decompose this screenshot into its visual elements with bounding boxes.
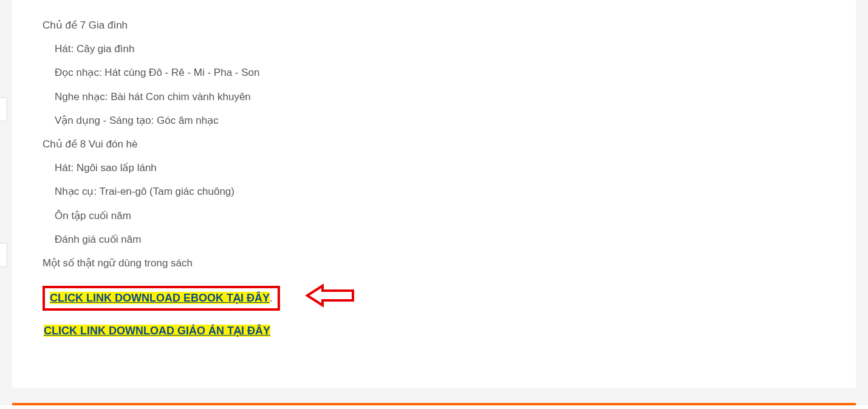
- download-ebook-link[interactable]: CLICK LINK DOWNLOAD EBOOK TẠI ĐÂY: [50, 292, 270, 304]
- topic-7-item: Đọc nhạc: Hát cùng Đô - Rê - Mi - Pha - …: [43, 64, 825, 81]
- side-widget-stub: [0, 97, 7, 121]
- topic-7-item: Nghe nhạc: Bài hát Con chim vành khuyên: [43, 89, 825, 105]
- arrow-left-icon: [304, 282, 359, 314]
- topic-7-item: Vận dụng - Sáng tạo: Góc âm nhạc: [43, 112, 825, 129]
- side-widget-stub: [0, 243, 7, 267]
- period-text: .: [270, 292, 273, 304]
- glossary-note: Một số thật ngữ dùng trong sách: [43, 255, 825, 271]
- topic-8-item: Ôn tập cuối năm: [43, 208, 825, 224]
- topic-7-title: Chủ đề 7 Gia đình: [43, 17, 825, 33]
- topic-8-item: Hát: Ngôi sao lấp lánh: [43, 160, 825, 176]
- topic-7-item: Hát: Cây gia đình: [43, 41, 825, 57]
- download-lesson-plan-link[interactable]: CLICK LINK DOWNLOAD GIÁO ÁN TẠI ĐÂY: [44, 325, 270, 337]
- topic-8-item: Nhạc cụ: Trai-en-gô (Tam giác chuông): [43, 183, 825, 200]
- download-ebook-highlight-box: CLICK LINK DOWNLOAD EBOOK TẠI ĐÂY.: [43, 286, 280, 311]
- section-divider: [12, 403, 856, 405]
- topic-8-item: Đánh giá cuối năm: [43, 231, 825, 248]
- topic-8-title: Chủ đề 8 Vui đón hè: [43, 136, 825, 152]
